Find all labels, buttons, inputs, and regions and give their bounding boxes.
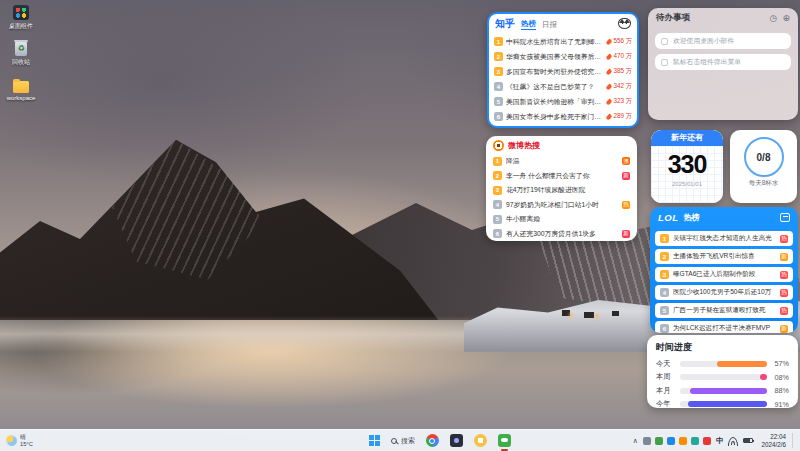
hot-list-item[interactable]: 2主播体验开飞机VR引出惊喜新 (655, 249, 793, 264)
todo-item[interactable]: 欢迎使用桌面小部件 (655, 33, 791, 49)
progress-row: 今天57% (656, 357, 789, 371)
hot-list-item[interactable]: 7山东一高校男生凌晨坠楼身亡，校方…264 万 (494, 124, 632, 128)
checkbox-icon[interactable] (661, 38, 668, 45)
hot-list-item[interactable]: 1吴镇宇红毯失态才知道的人生高光热 (655, 231, 793, 246)
rank-badge: 3 (493, 186, 502, 195)
taskbar-weather-button[interactable]: 晴 15°C (0, 434, 39, 447)
hot-list-item[interactable]: 3曝GTA6已进入后期制作阶段热 (655, 267, 793, 282)
dark-app-icon[interactable] (450, 434, 463, 447)
desktop-icon-widgets[interactable]: 桌面组件 (4, 5, 38, 31)
hot-list-item[interactable]: 5美国新晋议长约翰逊称「审判这是自…323 万 (494, 94, 632, 109)
progress-track (680, 401, 767, 407)
weibo-eye-icon (493, 140, 504, 151)
hot-tag: 新 (622, 172, 630, 180)
battery-icon[interactable] (743, 438, 753, 444)
item-title: 花4万打19针玻尿酸进医院 (506, 185, 626, 195)
item-title: 中科院水生所培育出了无刺鲫鱼，80… (506, 37, 604, 47)
tray-overflow-chevron-icon[interactable]: ∧ (633, 437, 638, 445)
item-title: 广西一男子疑在监狱遭殴打致死 (673, 306, 776, 315)
desktop-icon-workspace-folder[interactable]: workspace (4, 79, 38, 101)
lol-logo: LOL (658, 212, 679, 223)
item-title: 医院少收100元男子50年后还10万 (673, 288, 776, 297)
tab-hot[interactable]: 热榜 (521, 17, 536, 30)
rank-badge: 4 (660, 288, 669, 297)
flame-icon (606, 38, 613, 45)
item-title: 主播体验开飞机VR引出惊喜 (673, 252, 776, 261)
progress-row: 本月88% (656, 384, 789, 398)
item-title: 吴镇宇红毯失态才知道的人生高光 (673, 234, 776, 243)
tray-app-icon[interactable] (655, 437, 663, 445)
water-tracker-widget[interactable]: 0/8 每天8杯水 (730, 130, 797, 203)
ime-indicator[interactable]: 中 (716, 436, 724, 446)
search-button[interactable]: 搜索 (391, 436, 415, 446)
tray-app-icon[interactable] (703, 437, 711, 445)
zhihu-hotlist-widget: 知乎 热榜 日报 1中科院水生所培育出了无刺鲫鱼，80…556 万2华裔女孩被美… (487, 12, 639, 128)
hot-list-item[interactable]: 3多国宣布暂时关闭驻外使馆究竟事出…385 万 (494, 64, 632, 79)
widgets-app-taskbar-icon[interactable] (498, 434, 511, 447)
tray-app-icon[interactable] (691, 437, 699, 445)
search-label: 搜索 (401, 436, 415, 446)
heat-text: 342 万 (613, 82, 632, 91)
heat-value: 342 万 (607, 82, 632, 91)
hot-list-item[interactable]: 2李一舟 什么都懂只会害了你新 (486, 169, 637, 184)
rank-badge: 3 (660, 270, 669, 279)
wallpaper-light (570, 314, 572, 316)
weather-temperature: 15°C (20, 441, 33, 448)
history-icon[interactable]: ◷ (770, 14, 778, 23)
taskbar-clock[interactable]: 22:04 2024/2/6 (758, 433, 793, 448)
wallpaper-house (562, 310, 570, 316)
hot-tag: 热 (780, 307, 788, 315)
hot-list-item[interactable]: 3花4万打19针玻尿酸进医院 (486, 183, 637, 198)
checkbox-icon[interactable] (661, 59, 668, 66)
rank-badge: 2 (493, 171, 502, 180)
todo-item[interactable]: 鼠标右击组件弹出菜单 (655, 54, 791, 70)
countdown-title: 新年还有 (651, 130, 723, 146)
item-title: 为何LCK迟迟打不进半决赛FMVP (673, 324, 776, 333)
progress-percent: 08% (767, 373, 789, 382)
hot-list-item[interactable]: 4医院少收100元男子50年后还10万热 (655, 285, 793, 300)
hot-list-item[interactable]: 6为何LCK迟迟打不进半决赛FMVP新 (655, 321, 793, 333)
item-title: 华裔女孩被美国养父母领养后身世坎… (506, 52, 604, 62)
hot-list-item[interactable]: 4《狂飙》这不是自己炒菜了？342 万 (494, 79, 632, 94)
hot-list-item[interactable]: 6有人还完300万房贷月供1块多新 (486, 227, 637, 242)
rank-badge: 7 (494, 127, 503, 128)
progress-fill (690, 388, 767, 394)
heat-value: 289 万 (607, 112, 632, 121)
tray-app-icon[interactable] (643, 437, 651, 445)
hot-tag: 热 (780, 235, 788, 243)
todo-item-text: 欢迎使用桌面小部件 (673, 36, 734, 46)
chrome-app-icon[interactable] (426, 434, 439, 447)
desktop-icon-recycle-bin[interactable]: ♻ 回收站 (4, 42, 38, 67)
cat-icon[interactable] (618, 18, 631, 29)
hot-list-item[interactable]: 1中科院水生所培育出了无刺鲫鱼，80…556 万 (494, 34, 632, 49)
todo-title: 待办事项 (656, 12, 690, 24)
hot-list-item[interactable]: 6美国女市长身中多枪死于家门口，警…289 万 (494, 109, 632, 124)
item-title: 美国女市长身中多枪死于家门口，警… (506, 112, 604, 122)
hot-list-item[interactable]: 497岁奶奶为吃冰棍门口站1小时热 (486, 198, 637, 213)
rank-badge: 4 (494, 82, 503, 91)
hot-list-item[interactable]: 5牛小丽离婚 (486, 212, 637, 227)
flame-icon (606, 113, 613, 120)
rank-badge: 6 (493, 229, 502, 238)
calendar-icon[interactable] (780, 213, 790, 222)
heat-text: 289 万 (613, 112, 632, 121)
add-todo-icon[interactable]: ⊕ (782, 14, 790, 23)
desktop-icon-label: 桌面组件 (4, 22, 38, 31)
lol-title: 热榜 (684, 212, 700, 223)
hot-list-item[interactable]: 1降温沸 (486, 154, 637, 169)
tab-daily[interactable]: 日报 (542, 18, 557, 30)
hot-list-item[interactable]: 5广西一男子疑在监狱遭殴打致死热 (655, 303, 793, 318)
countdown-date: 2025/01/01 (651, 181, 723, 187)
wifi-icon[interactable] (728, 437, 738, 445)
item-title: 山东一高校男生凌晨坠楼身亡，校方… (506, 127, 604, 129)
rank-badge: 1 (493, 157, 502, 166)
rank-badge: 2 (660, 252, 669, 261)
weibo-hotsearch-widget: 微博热搜 1降温沸2李一舟 什么都懂只会害了你新3花4万打19针玻尿酸进医院49… (486, 136, 637, 241)
tray-app-icon[interactable] (679, 437, 687, 445)
lol-header: LOL 热榜 (650, 207, 798, 228)
hot-list-item[interactable]: 2华裔女孩被美国养父母领养后身世坎…470 万 (494, 49, 632, 64)
start-button[interactable] (369, 435, 380, 446)
hot-tag: 新 (622, 230, 630, 238)
tray-app-icon[interactable] (667, 437, 675, 445)
yellow-app-icon[interactable] (474, 434, 487, 447)
